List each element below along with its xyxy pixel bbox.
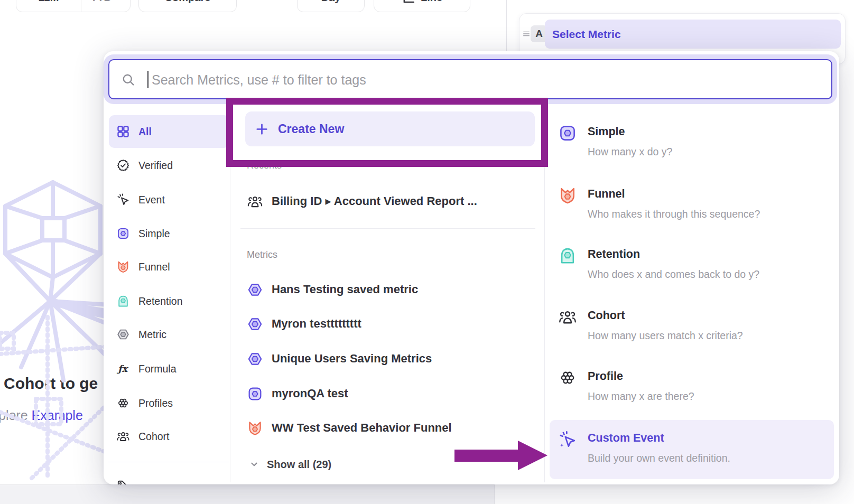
bottom-band bbox=[0, 484, 494, 504]
sidebar-item-formula[interactable]: ƒx Formula bbox=[109, 355, 228, 382]
saved-metric-icon bbox=[247, 282, 263, 298]
date-range-group: 12M YTD bbox=[16, 0, 131, 12]
metric-type-simple[interactable]: Simple How many x do y? bbox=[550, 125, 834, 167]
show-all-toggle[interactable]: Show all (29) bbox=[248, 454, 380, 475]
compare-button[interactable]: Compare bbox=[138, 0, 237, 12]
metric-list-item[interactable]: Myron testtttttttt bbox=[247, 311, 537, 337]
svg-text:ƒx: ƒx bbox=[116, 363, 128, 374]
sidebar-item-retention[interactable]: Retention bbox=[109, 287, 228, 315]
app-root: 12M YTD Compare Day Line A Select Metric bbox=[0, 0, 854, 504]
metrics-header: Metrics bbox=[247, 249, 277, 260]
metric-list-item[interactable]: Hans Testing saved metric bbox=[247, 277, 537, 302]
event-icon bbox=[116, 193, 130, 207]
profiles-icon bbox=[116, 396, 130, 410]
line-chart-icon bbox=[402, 0, 415, 5]
simple-icon bbox=[558, 124, 577, 143]
search-container bbox=[108, 59, 832, 99]
sidebar-item-tags-partial[interactable] bbox=[109, 472, 228, 484]
range-12m-button[interactable]: 12M bbox=[16, 0, 81, 12]
panel-divider-bottom bbox=[494, 484, 495, 504]
funnel-icon bbox=[247, 420, 263, 436]
cohort-icon bbox=[247, 193, 263, 210]
plus-icon bbox=[255, 122, 269, 136]
metric-type-profile[interactable]: Profile How many x are there? bbox=[550, 370, 834, 412]
metric-list-item[interactable]: Unique Users Saving Metrics bbox=[247, 346, 537, 371]
saved-metric-icon bbox=[247, 316, 263, 332]
metric-icon bbox=[116, 328, 130, 341]
cohort-icon bbox=[558, 307, 577, 326]
tag-icon bbox=[116, 479, 130, 484]
metric-list-item[interactable]: myronQA test bbox=[247, 381, 537, 406]
verified-icon bbox=[116, 158, 130, 172]
sidebar-item-event[interactable]: Event bbox=[109, 186, 228, 213]
search-input[interactable] bbox=[151, 60, 824, 99]
select-metric-pill[interactable]: Select Metric bbox=[545, 20, 841, 49]
retention-icon bbox=[558, 246, 577, 265]
granularity-button[interactable]: Day bbox=[297, 0, 365, 12]
profiles-icon bbox=[558, 368, 577, 387]
formula-icon: ƒx bbox=[116, 362, 130, 376]
types-column-divider bbox=[544, 109, 545, 482]
sidebar-column-divider bbox=[230, 109, 230, 482]
caret-down-small-icon bbox=[112, 0, 121, 3]
saved-metric-icon bbox=[247, 351, 263, 367]
sidebar-item-funnel[interactable]: Funnel bbox=[109, 253, 228, 281]
sidebar-item-simple[interactable]: Simple bbox=[109, 220, 228, 247]
sidebar-item-all[interactable]: All bbox=[109, 115, 229, 148]
metric-type-cohort[interactable]: Cohort How many users match x criteria? bbox=[550, 309, 834, 351]
sidebar-item-metric[interactable]: Metric bbox=[109, 321, 228, 348]
metric-type-funnel[interactable]: Funnel Who makes it through this sequenc… bbox=[550, 188, 834, 230]
panel-divider-top bbox=[506, 0, 507, 51]
recents-divider bbox=[240, 228, 535, 229]
metric-type-retention[interactable]: Retention Who does x and comes back to d… bbox=[550, 248, 834, 290]
select-metric-modal: All Verified Event Simple Funnel Retenti… bbox=[104, 51, 839, 484]
recents-header: Recents bbox=[247, 160, 282, 171]
text-cursor bbox=[147, 71, 148, 88]
simple-icon bbox=[247, 386, 263, 402]
create-new-button[interactable]: Create New bbox=[245, 111, 535, 146]
cohort-icon bbox=[116, 430, 130, 443]
search-icon bbox=[121, 72, 136, 87]
chevron-down-icon bbox=[248, 459, 260, 470]
simple-icon bbox=[116, 227, 130, 240]
sidebar-item-verified[interactable]: Verified bbox=[109, 152, 228, 179]
metric-list-item[interactable]: WW Test Saved Behavior Funnel bbox=[247, 415, 537, 441]
range-ytd-button[interactable]: YTD bbox=[81, 0, 130, 12]
sidebar-item-profiles[interactable]: Profiles bbox=[109, 389, 228, 417]
custom-event-icon bbox=[558, 430, 577, 449]
funnel-icon bbox=[116, 260, 130, 274]
sidebar-item-cohort[interactable]: Cohort bbox=[109, 423, 228, 450]
metric-type-custom-event[interactable]: Custom Event Build your own event defini… bbox=[550, 420, 834, 479]
grid-icon bbox=[116, 125, 130, 138]
retention-icon bbox=[116, 294, 130, 308]
sidebar-divider bbox=[108, 462, 229, 462]
chart-type-button[interactable]: Line bbox=[374, 0, 470, 12]
drag-handle-icon[interactable] bbox=[522, 30, 531, 38]
funnel-icon bbox=[558, 186, 577, 205]
recent-item[interactable]: Billing ID ▸ Account Viewed Report ... bbox=[247, 189, 537, 214]
